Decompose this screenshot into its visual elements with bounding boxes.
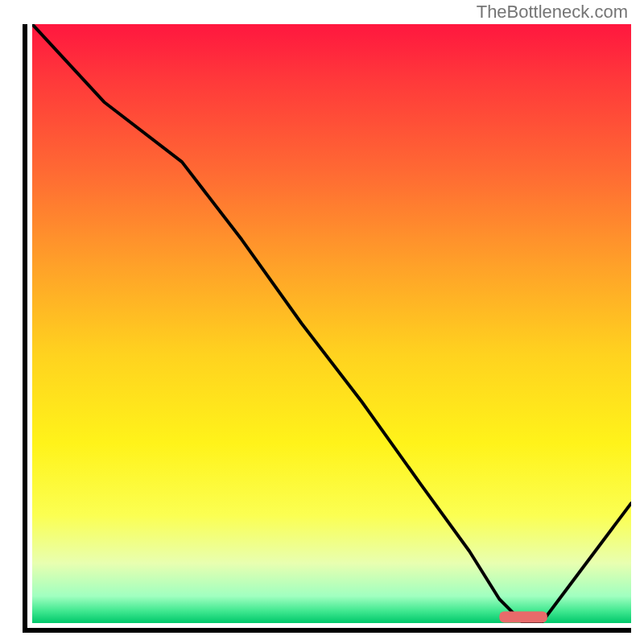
plot-area: [23, 24, 631, 633]
chart-container: TheBottleneck.com: [0, 0, 644, 644]
data-curve: [32, 24, 631, 623]
optimal-marker: [499, 612, 547, 623]
watermark-text: TheBottleneck.com: [477, 2, 628, 23]
curve-layer: [32, 24, 631, 623]
